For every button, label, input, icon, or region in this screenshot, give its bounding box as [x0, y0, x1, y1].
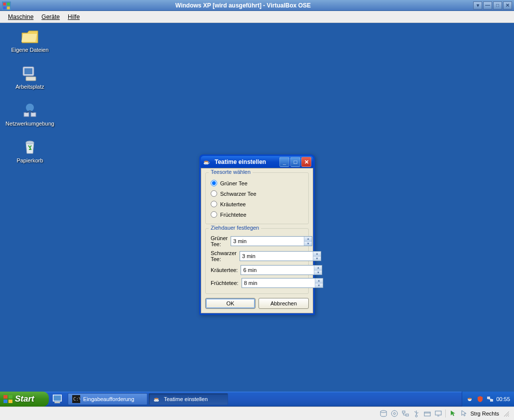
start-button[interactable]: Start [0, 392, 49, 407]
vbox-minimize-button[interactable]: — [483, 1, 492, 9]
duration-spinner-green[interactable]: ▲▼ [231, 236, 312, 246]
radio-fruit-tea[interactable]: Früchtetee [211, 209, 303, 220]
svg-line-40 [416, 413, 418, 414]
duration-legend: Ziehdauer festlegen [209, 225, 261, 231]
vbox-window-title: Windows XP [wird ausgeführt] - VirtualBo… [13, 2, 473, 9]
quick-launch [49, 392, 66, 407]
dialog-titlebar[interactable]: Teatime einstellen _ □ ✕ [201, 156, 313, 168]
desktop-icon-recycle-bin[interactable]: Papierkorb [5, 139, 55, 163]
cmd-icon: C:\ [72, 395, 80, 403]
spin-up-icon[interactable]: ▲ [314, 266, 322, 271]
radio-label: Kräutertee [220, 201, 246, 207]
svg-rect-43 [435, 411, 441, 415]
radio-input[interactable] [211, 211, 217, 218]
menu-machine[interactable]: Maschine [4, 12, 37, 21]
radio-input[interactable] [211, 190, 217, 197]
duration-input[interactable] [240, 252, 313, 261]
duration-spinner-herbal[interactable]: ▲▼ [241, 265, 322, 275]
task-teatime[interactable]: Teatime einstellen [148, 393, 228, 405]
svg-point-15 [204, 161, 208, 162]
svg-rect-41 [424, 412, 430, 416]
xp-taskbar: Start C:\ Eingabeaufforderung Teatime ei… [0, 392, 514, 407]
svg-rect-28 [490, 399, 493, 402]
svg-line-39 [414, 412, 416, 413]
task-cmd[interactable]: C:\ Eingabeaufforderung [68, 393, 147, 405]
desktop-icon-network-places[interactable]: Netzwerkumgebung [5, 102, 55, 127]
radio-input[interactable] [211, 201, 217, 207]
sb-cd-icon[interactable] [390, 410, 398, 418]
svg-point-25 [154, 398, 158, 400]
menu-help[interactable]: Hilfe [64, 12, 84, 21]
svg-text:C:\: C:\ [73, 397, 80, 402]
dialog-minimize-button[interactable]: _ [279, 157, 289, 167]
desktop-icon-my-documents[interactable]: Eigene Dateien [5, 28, 55, 53]
sb-harddisk-icon[interactable] [380, 410, 387, 418]
xp-desktop[interactable]: Eigene Dateien Arbeitsplatz Netzwerkumge… [0, 23, 514, 407]
desktop-icon-my-computer[interactable]: Arbeitsplatz [5, 65, 55, 90]
sb-usb-icon[interactable] [412, 410, 420, 418]
svg-rect-3 [3, 6, 6, 9]
spin-down-icon[interactable]: ▼ [315, 283, 323, 288]
task-label: Eingabeaufforderung [83, 396, 134, 402]
show-desktop-icon[interactable] [52, 394, 63, 405]
desktop-icons: Eigene Dateien Arbeitsplatz Netzwerkumge… [5, 28, 55, 163]
svg-rect-17 [8, 395, 12, 399]
duration-row-fruit: Früchtetee: ▲▼ [211, 277, 303, 289]
spin-down-icon[interactable]: ▼ [304, 242, 312, 246]
taskbar-buttons: C:\ Eingabeaufforderung Teatime einstell… [66, 392, 462, 407]
svg-rect-16 [3, 395, 7, 399]
taskbar-clock[interactable]: 00:55 [496, 396, 510, 402]
menu-devices[interactable]: Geräte [37, 12, 64, 21]
spin-up-icon[interactable]: ▲ [315, 279, 323, 283]
tray-network-icon[interactable] [486, 395, 494, 403]
duration-label: Früchtetee: [211, 280, 239, 286]
sb-hostkey-icon[interactable] [460, 410, 468, 418]
duration-row-green: Grüner Tee: ▲▼ [211, 234, 303, 249]
computer-icon [20, 65, 40, 83]
vbox-maximize-button[interactable]: □ [493, 1, 502, 9]
duration-spinner-fruit[interactable]: ▲▼ [242, 278, 323, 288]
sb-mouse-integration-icon[interactable] [449, 410, 457, 418]
duration-label: Grüner Tee: [211, 235, 228, 247]
radio-herbal-tea[interactable]: Kräutertee [211, 199, 303, 209]
tea-type-groupbox: Teesorte wählen Grüner Tee Schwarzer Tee… [205, 172, 309, 224]
recycle-bin-icon [20, 139, 40, 156]
sb-network-icon[interactable] [401, 410, 409, 418]
svg-point-26 [468, 398, 472, 400]
vbox-close-button[interactable]: ✕ [503, 1, 512, 9]
teacup-icon [203, 158, 211, 166]
sb-display-icon[interactable] [434, 410, 442, 418]
duration-spinner-black[interactable]: ▲▼ [240, 251, 321, 261]
svg-rect-27 [487, 397, 490, 399]
vbox-expand-button[interactable]: ▾ [473, 1, 482, 9]
radio-label: Schwarzer Tee [220, 191, 257, 197]
dialog-maximize-button[interactable]: □ [290, 157, 300, 167]
radio-input[interactable] [211, 180, 217, 186]
svg-rect-2 [7, 2, 10, 5]
svg-line-47 [508, 416, 509, 417]
duration-input[interactable] [231, 237, 304, 246]
sb-shared-folder-icon[interactable] [423, 410, 431, 418]
radio-green-tea[interactable]: Grüner Tee [211, 178, 303, 188]
duration-input[interactable] [242, 279, 315, 287]
cancel-button[interactable]: Abbrechen [258, 298, 309, 309]
dialog-body: Teesorte wählen Grüner Tee Schwarzer Tee… [201, 168, 313, 313]
spin-down-icon[interactable]: ▼ [314, 271, 322, 275]
radio-black-tea[interactable]: Schwarzer Tee [211, 188, 303, 199]
svg-rect-10 [31, 113, 36, 117]
tray-shield-icon[interactable] [476, 395, 484, 403]
tray-teacup-icon[interactable] [466, 395, 474, 403]
sb-resize-grip-icon[interactable] [502, 410, 510, 418]
spin-down-icon[interactable]: ▼ [313, 257, 321, 261]
ok-button[interactable]: OK [205, 298, 256, 309]
duration-input[interactable] [241, 266, 314, 275]
svg-point-31 [391, 411, 397, 417]
sb-hostkey-label: Strg Rechts [471, 411, 499, 417]
svg-rect-18 [3, 400, 7, 403]
dialog-close-button[interactable]: ✕ [301, 157, 311, 167]
teatime-dialog: Teatime einstellen _ □ ✕ Teesorte wählen… [199, 154, 315, 315]
spin-up-icon[interactable]: ▲ [304, 237, 312, 242]
radio-label: Grüner Tee [220, 180, 248, 186]
desktop-icon-label: Eigene Dateien [11, 47, 48, 53]
spin-up-icon[interactable]: ▲ [313, 252, 321, 257]
